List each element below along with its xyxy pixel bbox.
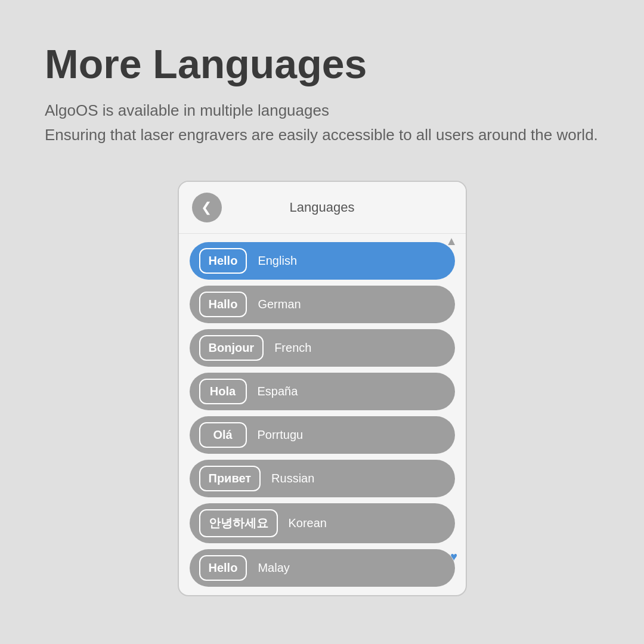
back-arrow-icon: ❮ — [201, 201, 212, 214]
lang-badge: 안녕하세요 — [199, 509, 278, 537]
language-item[interactable]: ПриветRussian — [190, 460, 455, 497]
language-item[interactable]: HalloGerman — [190, 286, 455, 323]
subtitle-line2: Ensuring that laser engravers are easily… — [45, 126, 598, 144]
lang-name: English — [258, 254, 297, 268]
lang-name: Russian — [271, 472, 314, 485]
page-container: More Languages AlgoOS is available in mu… — [0, 0, 644, 644]
lang-name: España — [258, 385, 298, 398]
lang-badge: Hallo — [199, 292, 247, 317]
lang-name: Korean — [289, 516, 327, 530]
lang-name: Malay — [258, 561, 289, 575]
lang-badge: Hello — [199, 248, 247, 274]
device-header: ❮ Languages — [179, 182, 466, 234]
lang-name: German — [258, 298, 301, 311]
subtitle-line1: AlgoOS is available in multiple language… — [45, 101, 329, 119]
language-list: HelloEnglishHalloGermanBonjourFrenchHola… — [179, 234, 466, 595]
page-title: More Languages — [45, 42, 599, 86]
device-frame: ❮ Languages HelloEnglishHalloGermanBonjo… — [178, 181, 467, 596]
language-item[interactable]: HolaEspaña — [190, 373, 455, 410]
back-button[interactable]: ❮ — [192, 193, 222, 222]
language-item[interactable]: 안녕하세요Korean — [190, 503, 455, 543]
lang-badge: Hola — [199, 379, 247, 404]
lang-badge: Привет — [199, 466, 261, 491]
lang-name: French — [274, 341, 311, 355]
scroll-down-indicator: ♥ — [450, 550, 457, 564]
scroll-up-indicator: ▲ — [445, 234, 457, 248]
lang-badge: Bonjour — [199, 335, 264, 361]
page-subtitle: AlgoOS is available in multiple language… — [45, 98, 599, 148]
lang-name: Porrtugu — [258, 428, 304, 442]
lang-badge: Hello — [199, 555, 247, 581]
language-item[interactable]: BonjourFrench — [190, 329, 455, 367]
language-item[interactable]: HelloMalay — [190, 549, 455, 587]
lang-badge: Olá — [199, 422, 247, 448]
language-item[interactable]: OláPorrtugu — [190, 416, 455, 454]
screen-title: Languages — [222, 200, 453, 215]
language-item[interactable]: HelloEnglish — [190, 242, 455, 280]
